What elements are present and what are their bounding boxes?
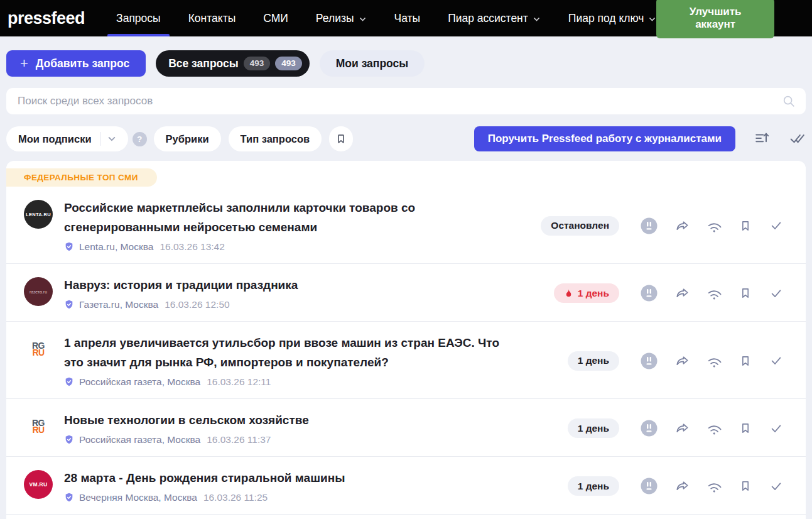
check-icon[interactable] [769,287,783,300]
bookmark-icon[interactable] [739,287,752,300]
requests-toolbar: + Добавить запрос Все запросы 493 493 Мо… [6,50,806,77]
tab-my-requests[interactable]: Мои запросы [320,50,425,77]
request-title[interactable]: Новые технологии в сельском хозяйстве [64,410,309,430]
request-row[interactable]: LENTA.RU Российские маркетплейсы заполни… [6,187,806,263]
nav-item-contacts[interactable]: Контакты [188,0,236,36]
chevron-down-icon[interactable] [107,134,116,143]
bookmark-icon[interactable] [739,354,752,368]
request-title[interactable]: 28 марта - День рождения стиральной маши… [64,468,345,488]
nav-item-pr-assistant[interactable]: Пиар ассистент [448,0,541,36]
filter-bookmarked[interactable] [329,126,353,151]
request-date: 16.03.26 13:42 [160,241,224,253]
pause-icon[interactable] [641,478,658,494]
filter-subscriptions[interactable]: Мои подписки [6,126,128,151]
check-icon[interactable] [769,479,783,493]
rss-icon[interactable] [707,421,722,435]
delegate-to-pressfeed-button[interactable]: Поручить Pressfeed работу с журналистами [474,126,735,151]
status-badge: Остановлен [541,216,619,236]
filter-rubrics[interactable]: Рубрики [154,126,221,151]
bookmark-icon [335,133,347,145]
rss-icon[interactable] [707,219,722,233]
check-icon[interactable] [769,354,783,368]
requests-list: ФЕДЕРАЛЬНЫЕ ТОП СМИ LENTA.RU Российские … [6,161,806,519]
request-row[interactable]: газета.ru Навруз: история и традиции пра… [6,264,806,321]
upgrade-account-button[interactable]: Улучшить аккаунт [656,0,774,38]
add-request-button[interactable]: + Добавить запрос [6,50,146,77]
main-menu: Запросы Контакты СМИ Релизы Чаты Пиар ас… [116,0,656,36]
nav-item-releases[interactable]: Релизы [316,0,367,36]
request-title[interactable]: Навруз: история и традиции праздника [64,275,298,295]
request-date: 16.03.26 11:37 [207,434,271,445]
divider [6,514,806,515]
source-name: Газета.ru, Москва [79,299,158,310]
avatar: LENTA.RU [24,200,53,229]
bookmark-icon[interactable] [739,422,752,435]
pause-icon[interactable] [641,285,658,302]
avatar: газета.ru [24,277,53,306]
share-icon[interactable] [675,219,690,233]
all-requests-count-badge: 493 [244,57,271,70]
rss-icon[interactable] [707,479,722,493]
rss-icon[interactable] [707,286,722,300]
share-icon[interactable] [675,479,690,493]
source-name: Вечерняя Москва, Москва [79,492,197,503]
pause-icon[interactable] [641,420,658,437]
request-row[interactable]: VM.RU 28 марта - День рождения стирально… [6,457,806,514]
share-icon[interactable] [675,354,690,368]
check-icon[interactable] [769,422,783,435]
search-input[interactable] [6,88,806,114]
tab-all-requests[interactable]: Все запросы 493 493 [156,50,310,77]
rss-icon[interactable] [707,354,722,368]
filter-row: Мои подписки ? Рубрики Тип запросов Пору… [6,126,806,151]
topic-badge: ФЕДЕРАЛЬНЫЕ ТОП СМИ [6,168,157,187]
nav-item-requests[interactable]: Запросы [116,0,161,36]
divider [100,132,100,146]
pause-icon[interactable] [641,217,658,234]
status-badge: 1 день [568,351,619,371]
status-badge: 1 день [554,283,619,303]
fire-icon [564,288,573,298]
chevron-down-icon [359,15,367,23]
request-title[interactable]: 1 апреля увеличивается утильсбор при вво… [64,333,504,372]
pause-icon[interactable] [641,352,658,369]
request-title[interactable]: Российские маркетплейсы заполнили карточ… [64,198,504,237]
nav-item-smi[interactable]: СМИ [263,0,288,36]
verified-shield-icon [64,492,74,503]
chevron-down-icon [533,15,541,23]
all-requests-new-badge: 493 [275,57,302,70]
nav-item-pr-turnkey[interactable]: Пиар под ключ [568,0,657,36]
request-date: 16.03.26 12:50 [165,299,229,310]
status-badge: 1 день [568,476,619,496]
request-date: 16.03.26 11:25 [203,492,268,503]
avatar: RGRU [24,335,53,364]
verified-shield-icon [64,376,74,387]
share-icon[interactable] [675,286,690,300]
source-name: Российская газета, Москва [79,434,200,445]
bookmark-icon[interactable] [739,219,752,232]
sort-icon[interactable] [754,131,771,147]
source-name: Российская газета, Москва [79,376,200,388]
plus-icon: + [20,57,28,70]
nav-item-chats[interactable]: Чаты [394,0,421,36]
filter-request-type[interactable]: Тип запросов [229,126,322,151]
verified-shield-icon [64,299,74,310]
avatar: RGRU [24,412,53,441]
app-logo[interactable]: pressfeed [8,9,85,28]
top-nav: pressfeed Запросы Контакты СМИ Релизы Ча… [0,0,812,36]
help-icon[interactable]: ? [133,132,147,146]
source-name: Lenta.ru, Москва [79,241,153,253]
bookmark-icon[interactable] [739,479,752,493]
share-icon[interactable] [675,421,690,435]
request-row[interactable]: RGRU Новые технологии в сельском хозяйст… [6,399,806,456]
request-date: 16.03.26 12:11 [207,376,271,388]
avatar: VM.RU [24,470,53,499]
verified-shield-icon [64,434,74,445]
check-icon[interactable] [769,219,783,232]
status-badge: 1 день [568,418,619,438]
chevron-down-icon [648,15,656,23]
search-icon[interactable] [782,94,796,108]
mark-all-read-icon[interactable] [789,131,806,147]
verified-shield-icon [64,241,74,252]
request-row[interactable]: RGRU 1 апреля увеличивается утильсбор пр… [6,322,806,398]
search-bar [6,88,806,114]
